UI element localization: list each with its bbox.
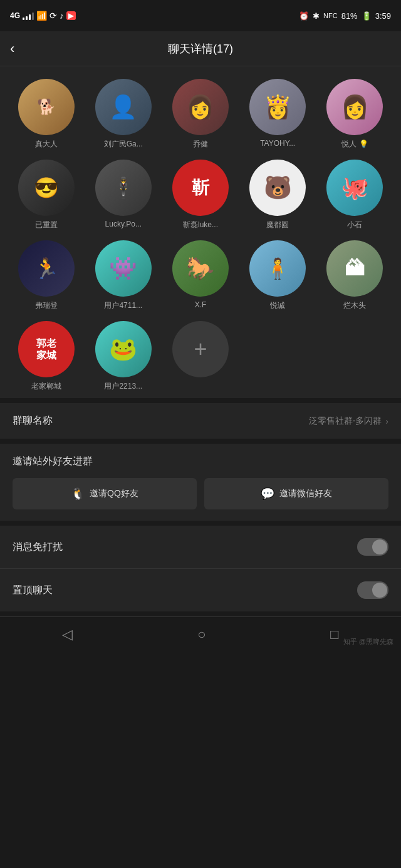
member-item[interactable]: 👩 乔健 xyxy=(164,79,236,150)
group-name-text: 泛零售社群-多闪群 xyxy=(309,416,382,427)
member-name: X.F xyxy=(172,300,229,309)
avatar: 郭老家城 xyxy=(18,321,75,377)
back-button[interactable]: ‹ xyxy=(10,41,14,57)
home-nav-button[interactable]: ○ xyxy=(197,626,206,643)
app-icon: ▶ xyxy=(66,11,76,20)
member-item[interactable]: 靳 靳磊luke... xyxy=(164,160,236,230)
bottom-nav: ◁ ○ □ 知乎 @黑啤先森 xyxy=(0,616,401,651)
members-grid: 🐕 真大人 👤 刘广民Ga... 👩 乔健 👸 TAYOH xyxy=(10,79,391,392)
do-not-disturb-label: 消息免打扰 xyxy=(13,541,63,554)
clock: 3:59 xyxy=(375,11,391,21)
avatar: 👩 xyxy=(326,79,383,135)
avatar: 靳 xyxy=(172,160,229,216)
add-member-item[interactable]: + xyxy=(164,321,236,392)
member-name: 乔健 xyxy=(172,139,229,150)
member-item[interactable]: 🐕 真大人 xyxy=(10,79,82,150)
signal-icon xyxy=(23,11,34,20)
member-item[interactable]: 👤 刘广民Ga... xyxy=(87,79,159,150)
status-left: 4G 📶 ⟳ ♪ ▶ xyxy=(10,11,76,21)
member-item[interactable]: 🐎 X.F xyxy=(164,240,236,311)
member-name: 靳磊luke... xyxy=(172,220,229,230)
group-name-row[interactable]: 群聊名称 泛零售社群-多闪群 › xyxy=(0,403,401,439)
pin-chat-row: 置顶聊天 xyxy=(0,569,401,611)
group-name-label: 群聊名称 xyxy=(13,414,53,427)
member-name: 悦诚 xyxy=(249,300,306,311)
member-name: Lucky.Po... xyxy=(95,220,152,228)
invite-buttons: 🐧 邀请QQ好友 💬 邀请微信好友 xyxy=(13,478,388,509)
do-not-disturb-toggle[interactable] xyxy=(357,538,388,556)
group-name-value: 泛零售社群-多闪群 › xyxy=(309,416,388,427)
invite-section: 邀请站外好友进群 🐧 邀请QQ好友 💬 邀请微信好友 xyxy=(0,444,401,521)
add-member-label xyxy=(172,381,229,392)
pin-chat-label: 置顶聊天 xyxy=(13,584,53,597)
member-item[interactable]: 🏔 烂木头 xyxy=(319,240,391,311)
members-section: 🐕 真大人 👤 刘广民Ga... 👩 乔健 👸 TAYOH xyxy=(0,66,401,398)
invite-qq-label: 邀请QQ好友 xyxy=(90,488,138,499)
avatar: 👾 xyxy=(95,240,152,297)
member-item[interactable]: 😎 已重置 xyxy=(10,160,82,230)
member-item[interactable]: 🕴 Lucky.Po... xyxy=(87,160,159,230)
sync-icon: ⟳ xyxy=(49,11,57,21)
avatar: 🐙 xyxy=(326,160,383,216)
qq-icon: 🐧 xyxy=(71,487,85,501)
plus-icon: + xyxy=(194,336,207,362)
avatar: 👸 xyxy=(249,79,306,135)
member-item[interactable]: 🐸 用户2213... xyxy=(87,321,159,392)
add-member-button[interactable]: + xyxy=(172,321,229,377)
recent-nav-button[interactable]: □ xyxy=(330,626,338,643)
member-name: 老家郸城 xyxy=(18,381,75,392)
do-not-disturb-row: 消息免打扰 xyxy=(0,526,401,569)
member-name: 弗瑞登 xyxy=(18,300,75,311)
settings-section: 消息免打扰 置顶聊天 xyxy=(0,526,401,611)
back-nav-button[interactable]: ◁ xyxy=(62,626,73,643)
alarm-icon: ⏰ xyxy=(299,11,309,21)
member-item[interactable]: 郭老家城 老家郸城 xyxy=(10,321,82,392)
tiktok-icon: ♪ xyxy=(60,11,64,21)
avatar: 🐻 xyxy=(249,160,306,216)
status-bar: 4G 📶 ⟳ ♪ ▶ ⏰ ✱ NFC 81% 🔋 3:59 xyxy=(0,0,401,31)
member-item[interactable]: 👸 TAYOHY... xyxy=(242,79,314,150)
member-name: 用户2213... xyxy=(95,381,152,392)
member-name: 悦人 💡 xyxy=(326,139,383,150)
member-name: 真大人 xyxy=(18,139,75,150)
avatar: 🏔 xyxy=(326,240,383,297)
member-item[interactable]: 👩 悦人 💡 xyxy=(319,79,391,150)
invite-wechat-button[interactable]: 💬 邀请微信好友 xyxy=(204,478,388,509)
invite-qq-button[interactable]: 🐧 邀请QQ好友 xyxy=(13,478,197,509)
toggle-knob xyxy=(372,539,387,554)
member-item[interactable]: 🏃 弗瑞登 xyxy=(10,240,82,311)
member-item[interactable]: 👾 用户4711... xyxy=(87,240,159,311)
battery-level: 81% xyxy=(341,11,358,21)
wechat-icon: 💬 xyxy=(261,487,274,501)
page-title: 聊天详情(17) xyxy=(168,41,233,56)
member-name: 小石 xyxy=(326,220,383,230)
member-name: 魔都圆 xyxy=(249,220,306,230)
avatar: 🐕 xyxy=(18,79,75,135)
invite-wechat-label: 邀请微信好友 xyxy=(279,488,332,499)
toggle-knob xyxy=(372,583,387,598)
invite-label: 邀请站外好友进群 xyxy=(13,455,388,468)
member-name: 刘广民Ga... xyxy=(95,139,152,150)
avatar: 🐎 xyxy=(172,240,229,297)
member-item[interactable]: 🧍 悦诚 xyxy=(242,240,314,311)
avatar: 🏃 xyxy=(18,240,75,297)
avatar: 🕴 xyxy=(95,160,152,216)
chevron-right-icon: › xyxy=(385,416,388,426)
pin-chat-toggle[interactable] xyxy=(357,581,388,599)
member-item[interactable]: 🐻 魔都圆 xyxy=(242,160,314,230)
avatar: 🐸 xyxy=(95,321,152,377)
avatar: 😎 xyxy=(18,160,75,216)
group-name-section: 群聊名称 泛零售社群-多闪群 › xyxy=(0,403,401,439)
member-name: TAYOHY... xyxy=(249,139,306,148)
wifi-icon: 📶 xyxy=(36,11,47,21)
avatar: 👤 xyxy=(95,79,152,135)
avatar: 🧍 xyxy=(249,240,306,297)
status-right: ⏰ ✱ NFC 81% 🔋 3:59 xyxy=(299,11,391,21)
bluetooth-icon: ✱ xyxy=(313,11,320,21)
avatar: 👩 xyxy=(172,79,229,135)
header: ‹ 聊天详情(17) xyxy=(0,31,401,66)
watermark: 知乎 @黑啤先森 xyxy=(343,637,393,646)
nfc-icon: NFC xyxy=(323,12,338,19)
network-type: 4G xyxy=(10,11,20,20)
member-item[interactable]: 🐙 小石 xyxy=(319,160,391,230)
